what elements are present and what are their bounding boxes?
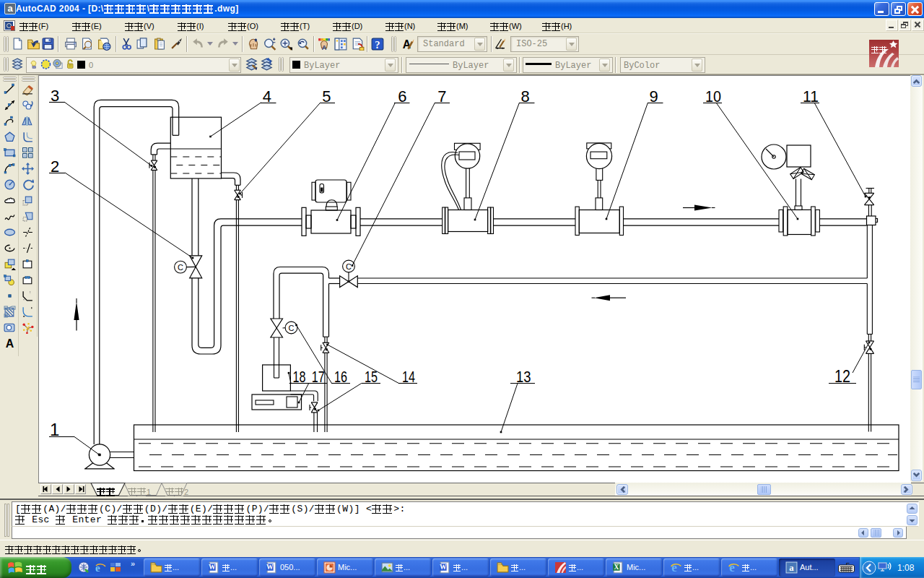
svg-text:a: a <box>789 563 794 573</box>
svg-text:e: e <box>729 561 735 574</box>
svg-text:W: W <box>440 563 447 571</box>
svg-text:C: C <box>289 324 295 332</box>
svg-text:C: C <box>346 262 352 271</box>
svg-text:W: W <box>209 563 216 571</box>
svg-text:C: C <box>178 263 183 272</box>
svg-text:W: W <box>266 563 274 571</box>
svg-text:e: e <box>671 561 677 574</box>
svg-text:X: X <box>614 563 619 571</box>
